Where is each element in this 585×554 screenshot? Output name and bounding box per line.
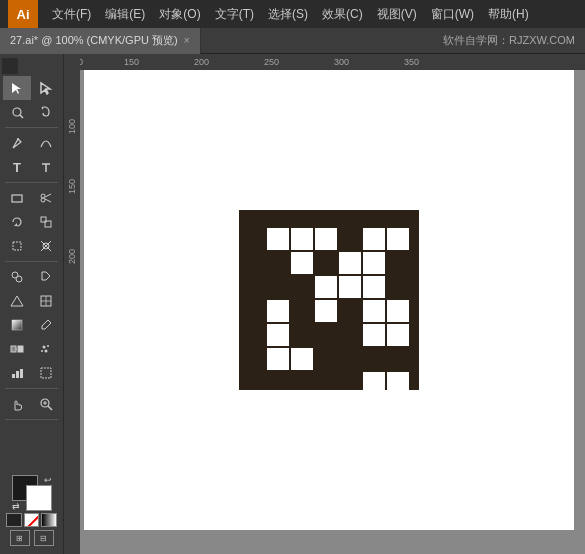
svg-marker-12 — [14, 223, 17, 226]
active-tab[interactable]: 27.ai* @ 100% (CMYK/GPU 预览) × — [0, 28, 201, 54]
pen-tool-button[interactable] — [3, 131, 31, 155]
svg-rect-28 — [18, 346, 23, 352]
selection-tool-button[interactable] — [3, 76, 31, 100]
svg-rect-27 — [11, 346, 16, 352]
document-canvas — [84, 70, 574, 530]
svg-rect-74 — [291, 348, 313, 370]
stroke-row — [6, 513, 57, 527]
svg-rect-70 — [363, 324, 385, 346]
svg-marker-0 — [12, 83, 21, 94]
graph-tool-button[interactable] — [3, 361, 31, 385]
perspective-grid-tool-button[interactable] — [3, 289, 31, 313]
svg-text:200: 200 — [67, 249, 77, 264]
svg-rect-62 — [315, 276, 337, 298]
svg-rect-55 — [291, 228, 313, 250]
zoom-tool-button[interactable] — [32, 392, 60, 416]
puppet-warp-tool-button[interactable] — [32, 234, 60, 258]
svg-point-4 — [17, 138, 19, 140]
app-logo: Ai — [8, 0, 38, 28]
artboard-small-icon[interactable]: ⊞ — [10, 530, 30, 546]
mesh-tool-button[interactable] — [32, 289, 60, 313]
artboard-tool-button[interactable] — [32, 361, 60, 385]
svg-rect-64 — [363, 276, 385, 298]
svg-rect-76 — [387, 372, 409, 390]
svg-rect-37 — [41, 368, 51, 378]
svg-rect-65 — [267, 300, 289, 322]
svg-text:150: 150 — [67, 179, 77, 194]
svg-point-9 — [41, 198, 45, 202]
svg-point-2 — [13, 108, 21, 116]
selection-tools-row — [2, 76, 61, 100]
svg-rect-63 — [339, 276, 361, 298]
tab-extra-info: 软件自学网：RJZXW.COM — [433, 33, 585, 48]
svg-rect-59 — [291, 252, 313, 274]
area-type-tool-button[interactable] — [32, 155, 60, 179]
svg-point-33 — [41, 350, 43, 352]
gradient-tool-button[interactable] — [3, 313, 31, 337]
toolbar: T — [0, 54, 64, 554]
live-paint-bucket-button[interactable] — [32, 265, 60, 289]
menu-bar: 文件(F) 编辑(E) 对象(O) 文字(T) 选择(S) 效果(C) 视图(V… — [46, 4, 535, 25]
svg-rect-68 — [387, 300, 409, 322]
svg-line-11 — [45, 199, 51, 202]
tab-close-button[interactable]: × — [184, 35, 190, 46]
menu-help[interactable]: 帮助(H) — [482, 4, 535, 25]
artboard-align-icon[interactable]: ⊟ — [34, 530, 54, 546]
menu-effect[interactable]: 效果(C) — [316, 4, 369, 25]
ruler-horizontal: 100 150 200 250 300 350 — [64, 54, 585, 70]
svg-rect-54 — [267, 228, 289, 250]
svg-rect-75 — [363, 372, 385, 390]
menu-file[interactable]: 文件(F) — [46, 4, 97, 25]
menu-window[interactable]: 窗口(W) — [425, 4, 480, 25]
svg-rect-42 — [64, 54, 585, 70]
magic-wand-tool-button[interactable] — [3, 100, 31, 124]
svg-point-20 — [16, 276, 22, 282]
scale-tool-button[interactable] — [32, 210, 60, 234]
svg-rect-56 — [315, 228, 337, 250]
svg-text:250: 250 — [264, 57, 279, 67]
svg-text:100: 100 — [67, 119, 77, 134]
svg-point-8 — [41, 194, 45, 198]
shape-builder-tool-button[interactable] — [3, 265, 31, 289]
tab-label: 27.ai* @ 100% (CMYK/GPU 预览) — [10, 33, 178, 48]
symbol-sprayer-tool-button[interactable] — [32, 337, 60, 361]
svg-rect-60 — [339, 252, 361, 274]
lasso-tool-button[interactable] — [32, 100, 60, 124]
menu-select[interactable]: 选择(S) — [262, 4, 314, 25]
svg-rect-57 — [363, 228, 385, 250]
svg-rect-61 — [363, 252, 385, 274]
title-bar: Ai 文件(F) 编辑(E) 对象(O) 文字(T) 选择(S) 效果(C) 视… — [0, 0, 585, 28]
type-tool-button[interactable]: T — [3, 155, 31, 179]
rotate-tool-button[interactable] — [3, 210, 31, 234]
color-swap-icon[interactable]: ⇄ — [12, 501, 20, 511]
curvature-tool-button[interactable] — [32, 131, 60, 155]
svg-line-39 — [48, 406, 52, 410]
background-color[interactable] — [26, 485, 52, 511]
free-transform-tool-button[interactable] — [3, 234, 31, 258]
svg-rect-67 — [363, 300, 385, 322]
menu-view[interactable]: 视图(V) — [371, 4, 423, 25]
svg-rect-35 — [16, 371, 19, 378]
qr-graphic — [239, 210, 419, 390]
artboard-section: ⊞ ⊟ — [6, 530, 57, 546]
direct-selection-tool-button[interactable] — [32, 76, 60, 100]
ruler-vertical: 100 150 200 — [64, 54, 80, 554]
svg-rect-73 — [267, 348, 289, 370]
svg-rect-36 — [20, 369, 23, 378]
svg-rect-71 — [387, 324, 409, 346]
blend-tool-button[interactable] — [3, 337, 31, 361]
menu-edit[interactable]: 编辑(E) — [99, 4, 151, 25]
menu-object[interactable]: 对象(O) — [153, 4, 206, 25]
color-reset-icon[interactable]: ↩ — [44, 475, 52, 485]
none-indicator[interactable] — [24, 513, 40, 527]
hand-tool-button[interactable] — [3, 392, 31, 416]
gradient-indicator[interactable] — [41, 513, 57, 527]
stroke-color-box[interactable] — [6, 513, 22, 527]
eyedropper-tool-button[interactable] — [32, 313, 60, 337]
svg-rect-66 — [315, 300, 337, 322]
menu-text[interactable]: 文字(T) — [209, 4, 260, 25]
rectangle-tool-button[interactable] — [3, 186, 31, 210]
scissors-tool-button[interactable] — [32, 186, 60, 210]
svg-point-32 — [45, 350, 48, 353]
tab-bar: 27.ai* @ 100% (CMYK/GPU 预览) × 软件自学网：RJZX… — [0, 28, 585, 54]
